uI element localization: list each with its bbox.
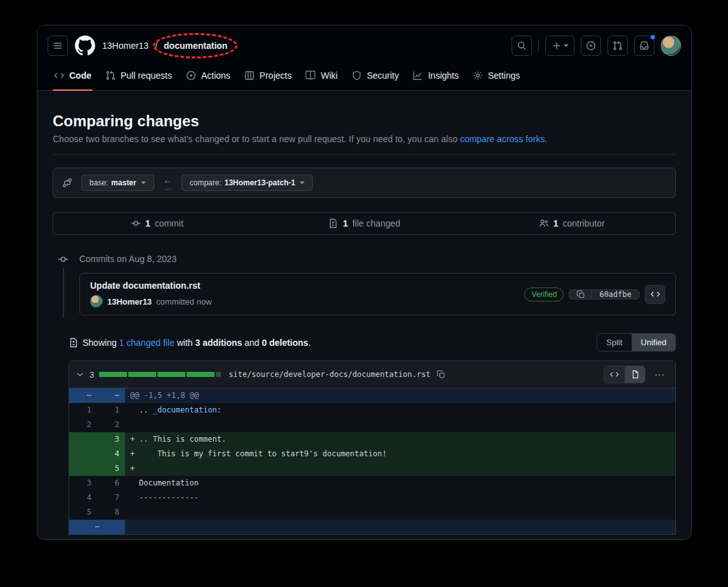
compare-across-forks-link[interactable]: compare across forks bbox=[460, 134, 545, 144]
tab-label: Settings bbox=[488, 70, 520, 81]
summary-period: . bbox=[308, 338, 311, 348]
diff-sign: + bbox=[130, 461, 139, 476]
copy-sha-button[interactable] bbox=[569, 290, 592, 299]
verified-badge[interactable]: Verified bbox=[524, 287, 564, 301]
code-line bbox=[125, 520, 675, 534]
code-text: .. This is comment. bbox=[139, 435, 226, 444]
chevron-down-icon[interactable] bbox=[76, 370, 84, 379]
stat-files-changed[interactable]: 1 file changed bbox=[261, 213, 468, 234]
compare-label: compare: bbox=[190, 178, 222, 187]
source-view-button[interactable] bbox=[604, 366, 625, 383]
search-button[interactable] bbox=[512, 36, 532, 56]
commit-author-avatar[interactable] bbox=[90, 295, 103, 308]
commit-info: Update documentation.rst 13Homer13 commi… bbox=[90, 280, 212, 308]
kebab-menu-button[interactable]: ⋯ bbox=[651, 369, 669, 381]
code-line: Documentation bbox=[125, 476, 675, 491]
file-diff-icon bbox=[69, 338, 79, 348]
summary-with: with bbox=[175, 338, 195, 348]
range-direction: ← … bbox=[163, 175, 173, 191]
code-text: This is my first commit to start9's docu… bbox=[139, 449, 387, 458]
pull-requests-button[interactable] bbox=[607, 36, 628, 56]
inbox-button[interactable] bbox=[634, 36, 654, 56]
new-line-number: 4 bbox=[97, 447, 125, 461]
tab-label: Actions bbox=[201, 70, 230, 81]
hamburger-icon bbox=[53, 41, 63, 51]
new-line-number: 8 bbox=[97, 505, 125, 520]
base-branch-name: master bbox=[111, 178, 136, 187]
diff-stats-bar: 1 commit 1 file changed 1 contributor bbox=[53, 212, 676, 235]
commit-icon bbox=[131, 218, 141, 228]
tab-projects[interactable]: Projects bbox=[239, 62, 297, 90]
code-token-ref: _documentation bbox=[153, 406, 217, 414]
tab-pull-requests[interactable]: Pull requests bbox=[100, 62, 177, 90]
tab-label: Security bbox=[367, 70, 399, 81]
diff-summary-row: Showing 1 changed file with 3 additions … bbox=[69, 333, 676, 352]
book-icon bbox=[305, 70, 315, 81]
commit-title-link[interactable]: Update documentation.rst bbox=[90, 280, 212, 291]
code-line: + This is my first commit to start9's do… bbox=[125, 447, 675, 461]
code-line bbox=[125, 418, 675, 432]
breadcrumb-repo[interactable]: documentation bbox=[164, 41, 227, 51]
github-logo[interactable] bbox=[74, 35, 96, 56]
diffstat-square bbox=[99, 372, 127, 377]
code-text: .. bbox=[139, 406, 153, 414]
commit-card: Update documentation.rst 13Homer13 commi… bbox=[79, 273, 676, 315]
hamburger-button[interactable] bbox=[48, 36, 68, 56]
old-line-gutter[interactable]: ⋯ bbox=[69, 388, 97, 403]
base-branch-selector[interactable]: base: master bbox=[81, 175, 154, 191]
tab-security[interactable]: Security bbox=[347, 62, 404, 90]
new-line-gutter[interactable]: ⋯ bbox=[97, 388, 125, 403]
file-path[interactable]: site/source/developer-docs/documentation… bbox=[228, 370, 430, 379]
diffstat-square bbox=[216, 372, 221, 377]
breadcrumb-owner[interactable]: 13Homer13 bbox=[102, 41, 149, 51]
changed-files-link[interactable]: 1 changed file bbox=[119, 338, 175, 348]
app-header: 13Homer13 / documentation bbox=[37, 25, 691, 91]
commit-actions: Verified 60adfbe bbox=[524, 285, 665, 304]
copy-path-button[interactable] bbox=[437, 370, 446, 379]
commit-author-link[interactable]: 13Homer13 bbox=[107, 297, 152, 307]
tab-settings[interactable]: Settings bbox=[468, 62, 526, 90]
page-title: Comparing changes bbox=[53, 112, 676, 130]
diff-context-row: 1 1 .. _documentation: bbox=[69, 403, 675, 418]
code-text: Documentation bbox=[139, 478, 199, 487]
create-new-button[interactable] bbox=[545, 36, 574, 56]
new-line-number: 7 bbox=[97, 491, 125, 505]
compare-branch-name: 13Homer13-patch-1 bbox=[225, 178, 295, 187]
branch-range-bar: base: master ← … compare: 13Homer13-patc… bbox=[53, 168, 676, 198]
tab-actions[interactable]: Actions bbox=[181, 62, 235, 90]
file-header: 3 site/source/developer-docs/documentati… bbox=[69, 361, 675, 388]
shield-icon bbox=[352, 70, 362, 81]
diffstat-square bbox=[157, 372, 185, 377]
new-line-number: 3 bbox=[97, 432, 125, 447]
tab-label: Code bbox=[69, 70, 91, 81]
diff-context-row: 3 6 Documentation bbox=[69, 476, 675, 491]
user-avatar[interactable] bbox=[661, 36, 681, 56]
diffstat-square bbox=[128, 372, 156, 377]
split-view-button[interactable]: Split bbox=[597, 334, 631, 351]
old-line-number: 3 bbox=[69, 476, 97, 491]
inbox-icon bbox=[639, 41, 649, 51]
code-line bbox=[125, 505, 675, 520]
stat-commits[interactable]: 1 commit bbox=[53, 213, 261, 234]
stat-contributors[interactable]: 1 contributor bbox=[468, 213, 675, 234]
browse-code-button[interactable] bbox=[645, 285, 665, 304]
notification-dot bbox=[649, 34, 656, 41]
tab-wiki[interactable]: Wiki bbox=[300, 62, 342, 90]
pull-request-icon bbox=[612, 41, 623, 51]
play-circle-icon bbox=[186, 70, 196, 81]
commit-sha-link[interactable]: 60adfbe bbox=[592, 290, 639, 299]
tab-insights[interactable]: Insights bbox=[407, 62, 463, 90]
code-line: +.. This is comment. bbox=[125, 432, 675, 447]
tab-code[interactable]: Code bbox=[49, 62, 96, 90]
compare-branch-selector[interactable]: compare: 13Homer13-patch-1 bbox=[182, 175, 313, 191]
tab-label: Insights bbox=[428, 70, 458, 81]
unified-view-button[interactable]: Unified bbox=[632, 334, 675, 351]
commits-date-heading: Commits on Aug 8, 2023 bbox=[79, 253, 676, 264]
expand-hunk-button[interactable]: ⋯ bbox=[69, 520, 125, 534]
rich-view-button[interactable] bbox=[625, 366, 645, 383]
issues-button[interactable] bbox=[581, 36, 601, 56]
caret-down-icon bbox=[564, 44, 569, 47]
commit-timeline-icon bbox=[58, 254, 69, 265]
file-changes-count: 3 bbox=[89, 370, 94, 379]
commit-count: 1 bbox=[145, 218, 150, 228]
